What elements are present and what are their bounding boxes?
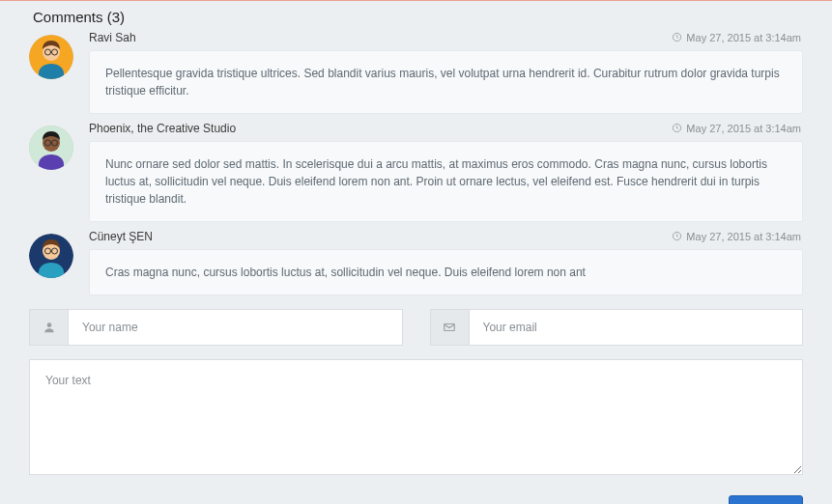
comment-text: Pellentesque gravida tristique ultrices.… bbox=[89, 50, 803, 114]
comments-title: Comments (3) bbox=[33, 9, 803, 25]
clock-icon bbox=[672, 32, 682, 44]
clock-icon bbox=[672, 123, 682, 135]
comment-item: Cüneyt ŞENMay 27, 2015 at 3:14amCras mag… bbox=[29, 230, 803, 295]
comment-author[interactable]: Ravi Sah bbox=[89, 31, 136, 44]
name-input[interactable] bbox=[68, 309, 403, 346]
avatar bbox=[29, 35, 73, 79]
comment-author[interactable]: Cüneyt ŞEN bbox=[89, 230, 153, 243]
comment-date: May 27, 2015 at 3:14am bbox=[672, 231, 801, 243]
comment-author[interactable]: Phoenix, the Creative Studio bbox=[89, 122, 236, 135]
text-input[interactable] bbox=[29, 359, 803, 475]
envelope-icon bbox=[430, 309, 469, 346]
submit-button[interactable]: submit bbox=[729, 495, 803, 504]
comment-date: May 27, 2015 at 3:14am bbox=[672, 32, 801, 44]
comment-text: Cras magna nunc, cursus lobortis luctus … bbox=[89, 249, 803, 295]
avatar bbox=[29, 234, 73, 278]
clock-icon bbox=[672, 231, 682, 243]
name-input-group bbox=[29, 309, 403, 346]
email-input-group bbox=[430, 309, 804, 346]
comment-item: Phoenix, the Creative StudioMay 27, 2015… bbox=[29, 122, 803, 222]
comment-date: May 27, 2015 at 3:14am bbox=[672, 123, 801, 135]
comment-text: Nunc ornare sed dolor sed mattis. In sce… bbox=[89, 141, 803, 222]
avatar bbox=[29, 126, 73, 170]
user-icon bbox=[29, 309, 68, 346]
svg-point-18 bbox=[46, 322, 51, 327]
email-input[interactable] bbox=[469, 309, 804, 346]
comment-item: Ravi SahMay 27, 2015 at 3:14amPellentesq… bbox=[29, 31, 803, 114]
